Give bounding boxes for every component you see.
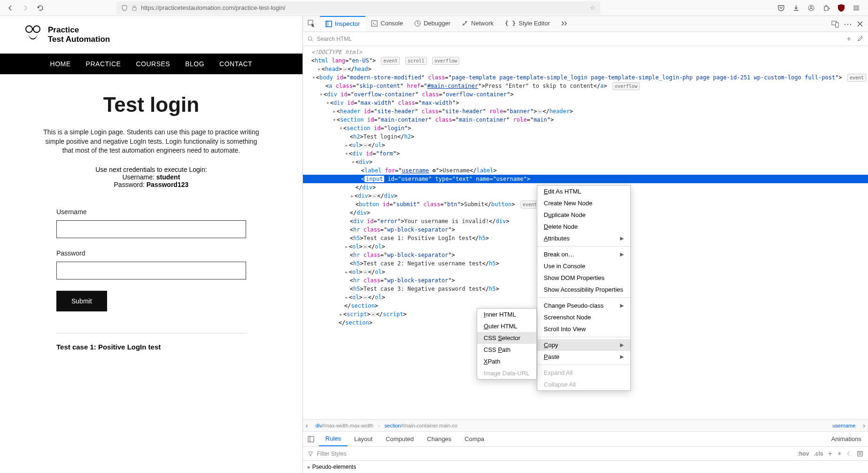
filter-styles-bar[interactable]: Filter Styles :hov .cls + ☀ ☾ <box>303 447 868 461</box>
nav-blog[interactable]: BLOG <box>185 60 204 68</box>
reload-button[interactable] <box>34 1 47 15</box>
ctx-duplicate[interactable]: Duplicate Node <box>537 209 630 221</box>
tab-console[interactable]: Console <box>365 16 409 31</box>
tab-debugger[interactable]: Debugger <box>409 16 456 31</box>
ctx-attributes[interactable]: Attributes▶ <box>537 233 630 244</box>
shield-icon <box>121 5 128 11</box>
ctx-break-on[interactable]: Break on…▶ <box>537 248 630 260</box>
ctx-expand-all: Expand All <box>537 367 630 379</box>
ctx-copy-css-path[interactable]: CSS Path <box>477 344 536 356</box>
tabs-overflow[interactable] <box>556 16 574 31</box>
ctx-paste[interactable]: Paste▶ <box>537 351 630 363</box>
rules-tabs: Rules Layout Computed Changes Compa Anim… <box>303 432 868 447</box>
pick-element-button[interactable] <box>303 16 320 31</box>
account-icon[interactable] <box>807 4 815 12</box>
tab-inspector[interactable]: Inspector <box>320 16 365 31</box>
ctx-copy-xpath[interactable]: XPath <box>477 356 536 367</box>
menu-icon[interactable] <box>852 4 860 12</box>
logo-text-2: Test Automation <box>48 35 110 44</box>
btab-rules[interactable]: Rules <box>319 432 348 446</box>
filter-icon <box>308 451 313 457</box>
ctx-copy-inner[interactable]: Inner HTML <box>477 309 536 320</box>
ctx-collapse-all: Collapse All <box>537 379 630 390</box>
hov-toggle[interactable]: :hov <box>797 450 809 457</box>
ctx-copy-outer[interactable]: Outer HTML <box>477 320 536 332</box>
ctx-change-pseudo[interactable]: Change Pseudo-class▶ <box>537 300 630 311</box>
pocket-icon[interactable] <box>777 4 785 12</box>
eyedropper-icon[interactable] <box>857 35 863 43</box>
svg-point-2 <box>810 6 812 8</box>
credentials-username: Username: student <box>0 173 302 181</box>
cls-toggle[interactable]: .cls <box>814 450 823 457</box>
context-menu-main[interactable]: Edit As HTML Create New Node Duplicate N… <box>537 185 631 391</box>
selected-tree-node[interactable]: <input id="username" type="text" name="u… <box>303 175 868 183</box>
ctx-scroll-into[interactable]: Scroll Into View <box>537 323 630 335</box>
btab-animations[interactable]: Animations <box>825 432 868 446</box>
separator <box>56 333 246 333</box>
responsive-mode-icon[interactable] <box>831 20 839 28</box>
add-node-icon[interactable]: + <box>847 35 851 43</box>
ctx-show-dom[interactable]: Show DOM Properties <box>537 272 630 284</box>
print-media-icon[interactable] <box>857 450 863 457</box>
svg-point-3 <box>26 26 32 32</box>
ctx-create-node[interactable]: Create New Node <box>537 197 630 209</box>
btab-compat[interactable]: Compa <box>458 432 491 446</box>
ctx-copy-image-data: Image Data-URL <box>477 367 536 379</box>
username-input[interactable] <box>56 220 246 238</box>
ctx-copy[interactable]: Copy▶ <box>537 339 630 351</box>
dark-scheme-icon[interactable]: ☾ <box>847 450 852 457</box>
btab-changes[interactable]: Changes <box>420 432 458 446</box>
tab-style-editor[interactable]: { } Style Editor <box>499 16 556 31</box>
ctx-copy-css-selector[interactable]: CSS Selector <box>477 332 536 344</box>
bookmark-star-icon[interactable]: ☆ <box>590 4 596 11</box>
svg-rect-0 <box>132 8 136 10</box>
devtools-panel: Inspector Console Debugger Network { } S… <box>302 16 868 473</box>
download-icon[interactable] <box>792 4 800 12</box>
svg-rect-8 <box>372 21 377 26</box>
forward-button[interactable] <box>19 1 32 15</box>
svg-rect-13 <box>308 436 314 442</box>
ctx-edit-html[interactable]: Edit As HTML <box>537 186 630 197</box>
add-rule-icon[interactable]: + <box>828 450 832 458</box>
ctx-show-a11y[interactable]: Show Accessibility Properties <box>537 284 630 295</box>
btab-layout[interactable]: Layout <box>348 432 379 446</box>
page-description: This is a simple Login page. Students ca… <box>41 128 262 155</box>
svg-rect-11 <box>836 23 838 27</box>
close-devtools-icon[interactable] <box>857 21 863 27</box>
ublock-icon[interactable] <box>837 4 845 12</box>
url-bar[interactable]: https://practicetestautomation.com/pract… <box>116 1 600 15</box>
svg-point-4 <box>33 26 40 32</box>
html-search-bar[interactable]: Search HTML + <box>303 32 868 46</box>
back-button[interactable] <box>4 1 17 15</box>
page-heading: Test login <box>0 93 302 116</box>
ctx-use-console[interactable]: Use in Console <box>537 260 630 272</box>
nav-practice[interactable]: PRACTICE <box>86 60 121 68</box>
site-logo[interactable]: Practice Test Automation <box>0 16 302 54</box>
nav-contact[interactable]: CONTACT <box>219 60 252 68</box>
pseudo-elements-section[interactable]: ▸Pseudo-elements <box>303 461 868 473</box>
context-menu-copy[interactable]: Inner HTML Outer HTML CSS Selector CSS P… <box>477 308 537 380</box>
ctx-delete[interactable]: Delete Node <box>537 221 630 233</box>
password-label: Password <box>56 249 246 257</box>
crumb-next[interactable]: › <box>860 422 868 429</box>
password-input[interactable] <box>56 262 246 279</box>
credentials-intro: Use next credentials to execute Login: <box>0 166 302 173</box>
credentials-password: Password: Password123 <box>0 181 302 188</box>
more-menu-icon[interactable]: ⋯ <box>844 19 852 29</box>
submit-button[interactable]: Submit <box>56 291 107 311</box>
breadcrumbs[interactable]: ‹ div#max-width.max-width › section#main… <box>303 419 868 432</box>
nav-home[interactable]: HOME <box>50 60 71 68</box>
toggle-sidebar-icon[interactable] <box>303 432 319 446</box>
svg-point-12 <box>308 37 312 40</box>
tab-network[interactable]: Network <box>456 16 499 31</box>
extensions-icon[interactable] <box>822 4 830 12</box>
nav-courses[interactable]: COURSES <box>136 60 170 68</box>
test-case-1-title: Test case 1: Positive LogIn test <box>56 343 246 351</box>
logo-icon <box>23 24 42 45</box>
ctx-screenshot[interactable]: Screenshot Node <box>537 311 630 323</box>
url-text: https://practicetestautomation.com/pract… <box>141 4 586 11</box>
light-scheme-icon[interactable]: ☀ <box>837 450 842 457</box>
logo-text-1: Practice <box>48 25 110 35</box>
crumb-prev[interactable]: ‹ <box>303 422 311 429</box>
btab-computed[interactable]: Computed <box>379 432 420 446</box>
